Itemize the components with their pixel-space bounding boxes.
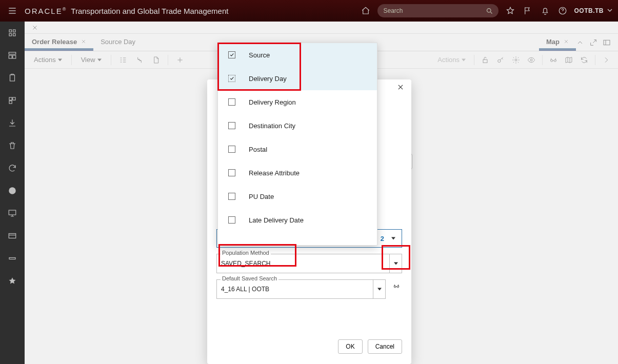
field-value: 4_16 ALL | OOTB (221, 286, 269, 293)
user-menu-chevron[interactable] (606, 6, 618, 16)
svg-rect-3 (13, 30, 16, 32)
svg-rect-2 (9, 30, 12, 32)
svg-rect-15 (9, 234, 16, 238)
field-label: Population Method (221, 250, 271, 256)
svg-rect-14 (9, 210, 16, 215)
rail-refresh-icon[interactable] (5, 161, 19, 175)
option-label: Delivery Day (249, 75, 287, 83)
rail-info-icon[interactable] (5, 184, 19, 198)
cancel-button[interactable]: Cancel (368, 339, 402, 354)
brand-logo: ORACLE® (25, 7, 67, 15)
dropdown-option[interactable]: Source (218, 43, 377, 67)
rail-clipboard-icon[interactable] (5, 71, 19, 85)
dropdown-option[interactable]: Release Attribute (218, 161, 377, 185)
dropdown-option[interactable]: Delivery Day (218, 67, 377, 90)
close-icon[interactable] (397, 84, 404, 91)
population-method-field[interactable]: Population Method SAVED_SEARCH (216, 254, 402, 273)
rail-card-icon[interactable] (5, 229, 19, 243)
svg-rect-10 (9, 97, 12, 100)
dropdown-option[interactable]: Postal (218, 137, 377, 161)
rail-download-icon[interactable] (5, 116, 19, 130)
bell-icon[interactable] (537, 3, 553, 18)
dropdown-option[interactable]: Destination City (218, 114, 377, 137)
option-label: Destination City (249, 122, 295, 130)
svg-rect-8 (13, 55, 16, 58)
help-icon[interactable] (555, 3, 570, 18)
app-title: Transportation and Global Trade Manageme… (71, 7, 228, 15)
home-icon[interactable] (358, 3, 373, 18)
user-label: OOTB.TB (574, 7, 604, 14)
left-nav-rail (0, 22, 25, 364)
field-value: SAVED_SEARCH (221, 260, 270, 267)
group-count: 2 (381, 235, 386, 242)
dropdown-option[interactable]: Delivery Region (218, 90, 377, 114)
rail-grid-icon[interactable] (5, 26, 19, 40)
option-label: Late Delivery Date (249, 216, 304, 224)
svg-point-13 (9, 187, 16, 194)
svg-rect-12 (9, 101, 12, 104)
top-banner: ORACLE® Transportation and Global Trade … (0, 0, 618, 22)
checkbox[interactable] (228, 75, 235, 82)
svg-rect-7 (9, 55, 12, 58)
field-label: Default Saved Search (221, 275, 278, 281)
rail-bar-icon[interactable] (5, 251, 19, 266)
svg-rect-9 (10, 75, 15, 81)
dropdown-option[interactable]: Late Delivery Date (218, 208, 377, 232)
rail-monitor-icon[interactable] (5, 206, 19, 220)
svg-point-0 (487, 8, 491, 12)
global-search[interactable] (377, 4, 499, 17)
dropdown-caret-button[interactable] (389, 236, 397, 240)
rail-trash-icon[interactable] (5, 138, 19, 153)
option-label: PU Date (249, 193, 274, 200)
group-columns-dropdown[interactable]: SourceDelivery DayDelivery RegionDestina… (217, 43, 377, 246)
svg-rect-5 (13, 34, 16, 36)
checkbox[interactable] (228, 146, 235, 153)
dropdown-option[interactable]: PU Date (218, 185, 377, 208)
checkbox[interactable] (228, 169, 235, 176)
checkbox[interactable] (228, 216, 235, 224)
glasses-icon[interactable] (391, 280, 402, 292)
checkbox[interactable] (228, 98, 235, 106)
rail-boxes-icon[interactable] (5, 93, 19, 108)
star-icon[interactable] (503, 3, 518, 18)
svg-rect-16 (9, 258, 15, 259)
dropdown-caret-button[interactable] (389, 254, 402, 273)
search-input[interactable] (383, 7, 486, 15)
checkbox[interactable] (228, 122, 235, 129)
flag-icon[interactable] (520, 3, 535, 18)
svg-rect-6 (9, 52, 16, 54)
default-saved-search-field[interactable]: Default Saved Search 4_16 ALL | OOTB (216, 279, 386, 299)
option-label: Delivery Region (249, 98, 296, 106)
svg-rect-4 (9, 34, 12, 36)
search-icon (486, 7, 493, 15)
svg-rect-11 (13, 97, 15, 100)
rail-layout-icon[interactable] (5, 48, 19, 63)
option-label: Postal (249, 146, 267, 153)
option-label: Release Attribute (249, 169, 300, 177)
hamburger-menu-button[interactable] (0, 0, 25, 22)
rail-star-icon[interactable] (5, 274, 19, 288)
ok-button[interactable]: OK (338, 339, 362, 354)
dropdown-caret-button[interactable] (373, 279, 385, 299)
option-label: Source (249, 51, 270, 59)
checkbox[interactable] (228, 193, 235, 200)
checkbox[interactable] (228, 51, 235, 58)
